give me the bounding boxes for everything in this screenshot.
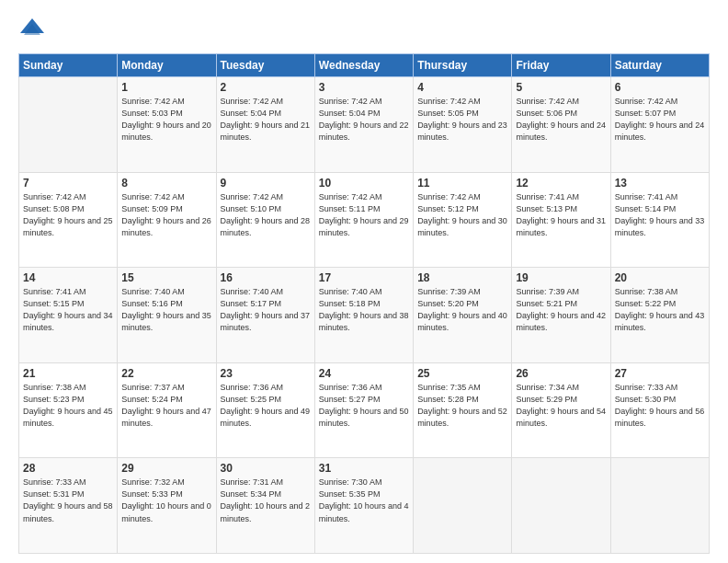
day-number: 19 bbox=[516, 271, 606, 284]
day-number: 23 bbox=[221, 367, 311, 380]
day-number: 13 bbox=[615, 177, 705, 190]
day-number: 24 bbox=[319, 367, 409, 380]
day-number: 9 bbox=[221, 177, 311, 190]
day-info: Sunrise: 7:42 AMSunset: 5:05 PMDaylight:… bbox=[417, 97, 507, 142]
calendar-cell: 1 Sunrise: 7:42 AMSunset: 5:03 PMDayligh… bbox=[118, 77, 216, 173]
calendar-cell: 24 Sunrise: 7:36 AMSunset: 5:27 PMDaylig… bbox=[314, 362, 413, 458]
weekday-header-saturday: Saturday bbox=[610, 54, 709, 77]
logo bbox=[18, 17, 50, 44]
calendar-cell bbox=[414, 458, 512, 554]
calendar-cell: 17 Sunrise: 7:40 AMSunset: 5:18 PMDaylig… bbox=[314, 268, 413, 363]
calendar-cell: 23 Sunrise: 7:36 AMSunset: 5:25 PMDaylig… bbox=[216, 362, 314, 458]
day-info: Sunrise: 7:40 AMSunset: 5:16 PMDaylight:… bbox=[121, 287, 211, 332]
day-info: Sunrise: 7:39 AMSunset: 5:21 PMDaylight:… bbox=[516, 287, 606, 332]
calendar-cell: 8 Sunrise: 7:42 AMSunset: 5:09 PMDayligh… bbox=[118, 172, 216, 268]
weekday-header-friday: Friday bbox=[512, 54, 610, 77]
day-number: 25 bbox=[417, 367, 507, 380]
calendar-cell: 11 Sunrise: 7:42 AMSunset: 5:12 PMDaylig… bbox=[414, 172, 512, 268]
day-info: Sunrise: 7:41 AMSunset: 5:15 PMDaylight:… bbox=[23, 287, 113, 332]
calendar: SundayMondayTuesdayWednesdayThursdayFrid… bbox=[18, 53, 710, 554]
day-info: Sunrise: 7:37 AMSunset: 5:24 PMDaylight:… bbox=[121, 383, 211, 428]
day-number: 30 bbox=[221, 462, 311, 475]
day-info: Sunrise: 7:40 AMSunset: 5:17 PMDaylight:… bbox=[221, 287, 311, 332]
calendar-cell bbox=[19, 77, 118, 173]
page: SundayMondayTuesdayWednesdayThursdayFrid… bbox=[0, 0, 728, 563]
weekday-header-tuesday: Tuesday bbox=[216, 54, 314, 77]
day-number: 12 bbox=[516, 177, 606, 190]
day-number: 18 bbox=[417, 271, 507, 284]
day-info: Sunrise: 7:42 AMSunset: 5:08 PMDaylight:… bbox=[23, 192, 113, 237]
weekday-header-sunday: Sunday bbox=[19, 54, 118, 77]
calendar-cell: 27 Sunrise: 7:33 AMSunset: 5:30 PMDaylig… bbox=[610, 362, 709, 458]
day-number: 17 bbox=[319, 271, 409, 284]
day-number: 20 bbox=[615, 271, 705, 284]
day-number: 7 bbox=[23, 177, 113, 190]
day-info: Sunrise: 7:31 AMSunset: 5:34 PMDaylight:… bbox=[221, 477, 311, 523]
week-row-0: 1 Sunrise: 7:42 AMSunset: 5:03 PMDayligh… bbox=[19, 77, 710, 173]
day-info: Sunrise: 7:42 AMSunset: 5:09 PMDaylight:… bbox=[121, 192, 211, 237]
day-info: Sunrise: 7:33 AMSunset: 5:31 PMDaylight:… bbox=[23, 477, 113, 523]
day-info: Sunrise: 7:42 AMSunset: 5:04 PMDaylight:… bbox=[221, 97, 311, 142]
day-info: Sunrise: 7:41 AMSunset: 5:14 PMDaylight:… bbox=[615, 192, 705, 237]
day-info: Sunrise: 7:36 AMSunset: 5:27 PMDaylight:… bbox=[319, 383, 409, 428]
day-info: Sunrise: 7:30 AMSunset: 5:35 PMDaylight:… bbox=[319, 477, 409, 523]
calendar-cell: 28 Sunrise: 7:33 AMSunset: 5:31 PMDaylig… bbox=[19, 458, 118, 554]
calendar-cell: 25 Sunrise: 7:35 AMSunset: 5:28 PMDaylig… bbox=[414, 362, 512, 458]
day-number: 29 bbox=[121, 462, 211, 475]
calendar-cell: 14 Sunrise: 7:41 AMSunset: 5:15 PMDaylig… bbox=[19, 268, 118, 363]
day-number: 28 bbox=[23, 462, 113, 475]
day-info: Sunrise: 7:40 AMSunset: 5:18 PMDaylight:… bbox=[319, 287, 409, 332]
calendar-cell: 15 Sunrise: 7:40 AMSunset: 5:16 PMDaylig… bbox=[118, 268, 216, 363]
week-row-1: 7 Sunrise: 7:42 AMSunset: 5:08 PMDayligh… bbox=[19, 172, 710, 268]
calendar-cell: 2 Sunrise: 7:42 AMSunset: 5:04 PMDayligh… bbox=[216, 77, 314, 173]
day-info: Sunrise: 7:42 AMSunset: 5:12 PMDaylight:… bbox=[417, 192, 507, 237]
weekday-header-row: SundayMondayTuesdayWednesdayThursdayFrid… bbox=[19, 54, 710, 77]
day-info: Sunrise: 7:32 AMSunset: 5:33 PMDaylight:… bbox=[121, 477, 211, 523]
day-number: 14 bbox=[23, 271, 113, 284]
calendar-cell: 3 Sunrise: 7:42 AMSunset: 5:04 PMDayligh… bbox=[314, 77, 413, 173]
calendar-cell: 5 Sunrise: 7:42 AMSunset: 5:06 PMDayligh… bbox=[512, 77, 610, 173]
calendar-cell bbox=[610, 458, 709, 554]
day-number: 6 bbox=[615, 81, 705, 94]
day-info: Sunrise: 7:42 AMSunset: 5:07 PMDaylight:… bbox=[615, 97, 705, 142]
calendar-cell: 10 Sunrise: 7:42 AMSunset: 5:11 PMDaylig… bbox=[314, 172, 413, 268]
calendar-body: 1 Sunrise: 7:42 AMSunset: 5:03 PMDayligh… bbox=[19, 77, 710, 554]
weekday-header-wednesday: Wednesday bbox=[314, 54, 413, 77]
calendar-cell: 6 Sunrise: 7:42 AMSunset: 5:07 PMDayligh… bbox=[610, 77, 709, 173]
day-info: Sunrise: 7:42 AMSunset: 5:04 PMDaylight:… bbox=[319, 97, 409, 142]
calendar-cell: 26 Sunrise: 7:34 AMSunset: 5:29 PMDaylig… bbox=[512, 362, 610, 458]
week-row-2: 14 Sunrise: 7:41 AMSunset: 5:15 PMDaylig… bbox=[19, 268, 710, 363]
day-number: 21 bbox=[23, 367, 113, 380]
header bbox=[18, 17, 710, 44]
day-info: Sunrise: 7:42 AMSunset: 5:11 PMDaylight:… bbox=[319, 192, 409, 237]
week-row-3: 21 Sunrise: 7:38 AMSunset: 5:23 PMDaylig… bbox=[19, 362, 710, 458]
day-info: Sunrise: 7:33 AMSunset: 5:30 PMDaylight:… bbox=[615, 383, 705, 428]
day-number: 5 bbox=[516, 81, 606, 94]
day-info: Sunrise: 7:38 AMSunset: 5:23 PMDaylight:… bbox=[23, 383, 113, 428]
calendar-cell: 7 Sunrise: 7:42 AMSunset: 5:08 PMDayligh… bbox=[19, 172, 118, 268]
calendar-cell: 12 Sunrise: 7:41 AMSunset: 5:13 PMDaylig… bbox=[512, 172, 610, 268]
calendar-cell: 21 Sunrise: 7:38 AMSunset: 5:23 PMDaylig… bbox=[19, 362, 118, 458]
calendar-cell: 29 Sunrise: 7:32 AMSunset: 5:33 PMDaylig… bbox=[118, 458, 216, 554]
day-number: 15 bbox=[121, 271, 211, 284]
day-number: 4 bbox=[417, 81, 507, 94]
calendar-cell: 4 Sunrise: 7:42 AMSunset: 5:05 PMDayligh… bbox=[414, 77, 512, 173]
calendar-header: SundayMondayTuesdayWednesdayThursdayFrid… bbox=[19, 54, 710, 77]
day-number: 31 bbox=[319, 462, 409, 475]
day-number: 3 bbox=[319, 81, 409, 94]
day-info: Sunrise: 7:34 AMSunset: 5:29 PMDaylight:… bbox=[516, 383, 606, 428]
day-info: Sunrise: 7:42 AMSunset: 5:10 PMDaylight:… bbox=[221, 192, 311, 237]
calendar-cell: 31 Sunrise: 7:30 AMSunset: 5:35 PMDaylig… bbox=[314, 458, 413, 554]
day-number: 2 bbox=[221, 81, 311, 94]
day-info: Sunrise: 7:42 AMSunset: 5:06 PMDaylight:… bbox=[516, 97, 606, 142]
calendar-cell: 18 Sunrise: 7:39 AMSunset: 5:20 PMDaylig… bbox=[414, 268, 512, 363]
calendar-cell: 20 Sunrise: 7:38 AMSunset: 5:22 PMDaylig… bbox=[610, 268, 709, 363]
day-number: 1 bbox=[121, 81, 211, 94]
day-number: 22 bbox=[121, 367, 211, 380]
day-info: Sunrise: 7:41 AMSunset: 5:13 PMDaylight:… bbox=[516, 192, 606, 237]
day-number: 16 bbox=[221, 271, 311, 284]
day-number: 11 bbox=[417, 177, 507, 190]
weekday-header-thursday: Thursday bbox=[414, 54, 512, 77]
calendar-cell: 13 Sunrise: 7:41 AMSunset: 5:14 PMDaylig… bbox=[610, 172, 709, 268]
calendar-cell: 22 Sunrise: 7:37 AMSunset: 5:24 PMDaylig… bbox=[118, 362, 216, 458]
